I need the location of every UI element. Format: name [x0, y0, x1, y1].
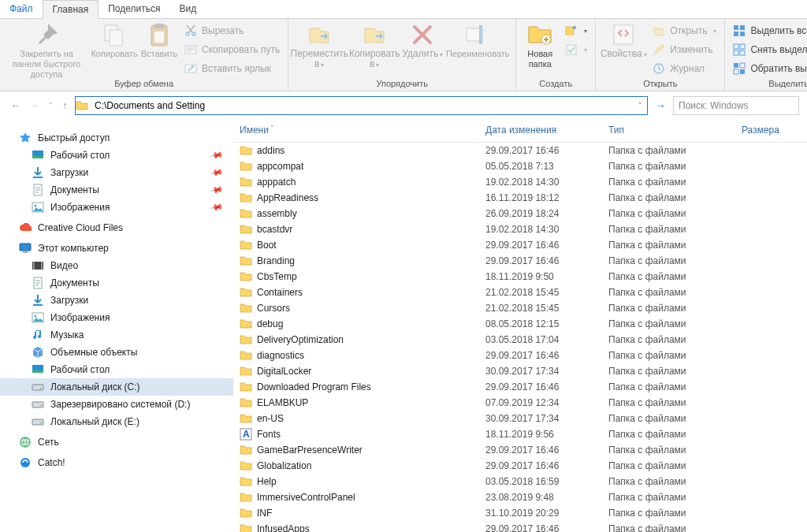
tree-quick-access[interactable]: Быстрый доступ [0, 129, 233, 147]
nav-back-button[interactable]: ← [8, 99, 24, 113]
move-to-button[interactable]: Переместить в▾ [293, 20, 345, 76]
tree-catch[interactable]: Catch! [0, 454, 233, 471]
group-label-new: Создать [539, 77, 572, 91]
address-input[interactable] [91, 100, 633, 111]
file-name: ELAMBKUP [257, 397, 308, 408]
new-item-button[interactable]: ▾ [562, 22, 590, 39]
col-header-date[interactable]: Дата изменения [479, 120, 602, 143]
file-row[interactable]: apppatch19.02.2018 14:30Папка с файлами [233, 174, 807, 190]
file-row[interactable]: addins29.09.2017 16:46Папка с файлами [233, 143, 807, 159]
edit-button[interactable]: Изменить [649, 41, 720, 58]
select-all-button[interactable]: Выделить все [730, 22, 807, 39]
select-none-button[interactable]: Снять выделение [730, 41, 807, 58]
properties-button[interactable]: Свойства▾ [601, 20, 646, 76]
address-dropdown[interactable]: ˅ [633, 102, 647, 110]
col-header-size[interactable]: Размера [735, 120, 807, 143]
file-row[interactable]: DigitalLocker30.09.2017 17:34Папка с фай… [233, 363, 807, 379]
documents-icon [32, 184, 44, 196]
nav-forward-button[interactable]: → [27, 99, 43, 113]
rename-button[interactable]: Переименовать [444, 20, 511, 76]
file-type: Папка с файлами [602, 237, 735, 253]
file-type: Папка с файлами [602, 221, 735, 237]
file-row[interactable]: bcastdvr19.02.2018 14:30Папка с файлами [233, 221, 807, 237]
cut-button[interactable]: Вырезать [181, 22, 283, 39]
file-row[interactable]: diagnostics29.09.2017 16:46Папка с файла… [233, 348, 807, 363]
tree-3d-objects[interactable]: Объемные объекты [0, 344, 233, 361]
tree-documents[interactable]: Документы📌 [0, 181, 233, 199]
history-button[interactable]: Журнал [649, 60, 720, 77]
copy-to-button[interactable]: Копировать в▾ [348, 20, 400, 76]
open-button[interactable]: Открыть▾ [649, 22, 720, 39]
file-type: Папка с файлами [602, 143, 735, 159]
file-row[interactable]: assembly26.09.2019 18:24Папка с файлами [233, 206, 807, 221]
copy-button[interactable]: Копировать [91, 20, 137, 76]
tree-documents2[interactable]: Документы [0, 274, 233, 292]
downloads-icon [32, 166, 44, 179]
copy-path-button[interactable]: Скопировать путь [181, 41, 283, 58]
tree-disk-c[interactable]: Локальный диск (C:) [0, 378, 233, 396]
delete-button[interactable]: Удалить▾ [404, 20, 441, 76]
pin-quick-access-button[interactable]: Закрепить на панели быстрого доступа [5, 20, 88, 76]
nav-up-button[interactable]: ↑ [59, 99, 70, 113]
new-folder-button[interactable]: Новая папка [521, 20, 559, 76]
tree-network[interactable]: Сеть [0, 433, 233, 451]
tree-downloads[interactable]: Загрузки📌 [0, 164, 233, 181]
tree-pictures2[interactable]: Изображения [0, 309, 233, 326]
file-row[interactable]: AppReadiness16.11.2019 18:12Папка с файл… [233, 190, 807, 206]
search-box[interactable]: Поиск: Windows [673, 96, 799, 115]
tree-creative-cloud[interactable]: Creative Cloud Files [0, 219, 233, 236]
tab-view[interactable]: Вид [169, 0, 206, 18]
easy-access-button[interactable]: ▾ [562, 41, 590, 58]
tree-pictures[interactable]: Изображения📌 [0, 199, 233, 216]
file-row[interactable]: Downloaded Program Files29.09.2017 16:46… [233, 379, 807, 395]
open-icon [653, 24, 665, 37]
folder-icon [240, 192, 252, 204]
file-size [735, 379, 807, 395]
paste-shortcut-button[interactable]: Вставить ярлык [181, 60, 283, 77]
copy-to-icon [362, 22, 387, 47]
file-row[interactable]: InfusedApps29.09.2017 16:46Папка с файла… [233, 521, 807, 532]
nav-history-dropdown[interactable]: ˅ [46, 100, 56, 111]
tree-downloads2[interactable]: Загрузки [0, 292, 233, 309]
file-row[interactable]: ImmersiveControlPanel23.08.2019 9:48Папк… [233, 489, 807, 505]
file-size [735, 458, 807, 474]
properties-icon [611, 22, 636, 47]
tree-desktop2[interactable]: Рабочий стол [0, 361, 233, 378]
file-row[interactable]: debug08.05.2018 12:15Папка с файлами [233, 316, 807, 332]
file-row[interactable]: Fonts18.11.2019 9:56Папка с файлами [233, 426, 807, 442]
folder-icon [240, 349, 252, 362]
tab-share[interactable]: Поделиться [99, 0, 169, 18]
col-header-type[interactable]: Тип [602, 120, 735, 143]
tree-music[interactable]: Музыка [0, 326, 233, 344]
file-row[interactable]: ELAMBKUP07.09.2019 12:34Папка с файлами [233, 395, 807, 411]
desktop-icon [32, 149, 44, 162]
file-row[interactable]: Cursors21.02.2018 15:45Папка с файлами [233, 300, 807, 316]
address-bar[interactable]: ˅ [75, 96, 648, 115]
file-type: Папка с файлами [602, 489, 735, 505]
file-row[interactable]: Branding29.09.2017 16:46Папка с файлами [233, 253, 807, 269]
tree-this-pc[interactable]: Этот компьютер [0, 240, 233, 257]
tree-desktop[interactable]: Рабочий стол📌 [0, 147, 233, 164]
tree-videos[interactable]: Видео [0, 257, 233, 274]
file-row[interactable]: en-US30.09.2017 17:34Папка с файлами [233, 411, 807, 426]
file-row[interactable]: INF31.10.2019 20:29Папка с файлами [233, 505, 807, 521]
paste-button[interactable]: Вставить [140, 20, 178, 76]
go-button[interactable]: → [653, 99, 668, 112]
disk-icon [32, 398, 44, 411]
file-row[interactable]: Help03.05.2018 16:59Папка с файлами [233, 474, 807, 489]
folder-icon [240, 207, 252, 220]
tab-home[interactable]: Главная [43, 0, 99, 19]
file-row[interactable]: DeliveryOptimization03.05.2018 17:04Папк… [233, 332, 807, 348]
file-row[interactable]: Globalization29.09.2017 16:46Папка с фай… [233, 458, 807, 474]
col-header-name[interactable]: Имени [233, 120, 479, 143]
file-row[interactable]: GameBarPresenceWriter29.09.2017 16:46Пап… [233, 442, 807, 458]
file-row[interactable]: CbsTemp18.11.2019 9:50Папка с файлами [233, 269, 807, 285]
file-row[interactable]: Boot29.09.2017 16:46Папка с файлами [233, 237, 807, 253]
tab-file[interactable]: Файл [0, 0, 43, 18]
file-row[interactable]: Containers21.02.2018 15:45Папка с файлам… [233, 285, 807, 300]
tree-disk-e[interactable]: Локальный диск (E:) [0, 413, 233, 430]
invert-selection-button[interactable]: Обратить выделение [730, 60, 807, 77]
file-row[interactable]: appcompat05.05.2018 7:13Папка с файлами [233, 158, 807, 174]
tree-disk-d[interactable]: Зарезервировано системой (D:) [0, 396, 233, 413]
file-date: 18.11.2019 9:50 [479, 269, 602, 285]
